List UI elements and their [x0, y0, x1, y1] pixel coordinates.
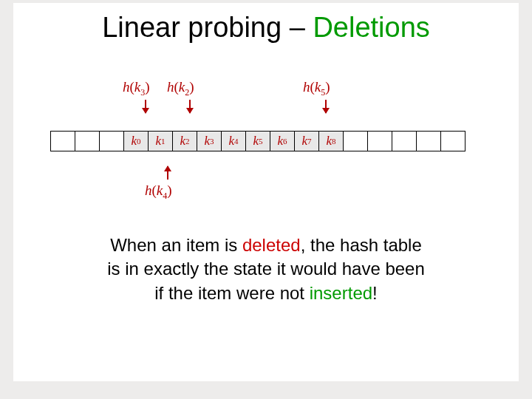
- hash-table-row: k0k1k2k3k4k5k6k7k8: [50, 131, 466, 151]
- slide: Linear probing – Deletions k0k1k2k3k4k5k…: [13, 3, 519, 381]
- hash-cell: [416, 131, 440, 151]
- hash-table-diagram: k0k1k2k3k4k5k6k7k8 h(k3)h(k2)h(k5)h(k4): [13, 79, 519, 227]
- hash-cell: [392, 131, 416, 151]
- arrow-up-icon: [167, 166, 168, 180]
- hash-cell: [440, 131, 465, 151]
- hash-cell: k2: [172, 131, 197, 151]
- hash-cell: k6: [270, 131, 294, 151]
- caption-text: is in exactly the state it would have be…: [107, 259, 425, 279]
- caption: When an item is deleted, the hash table …: [13, 233, 519, 305]
- arrow-down-icon: [189, 100, 191, 113]
- hash-function-label: h(k5): [303, 79, 330, 98]
- caption-text: if the item were not: [154, 283, 309, 303]
- hash-cell: k8: [318, 131, 343, 151]
- hash-cell: [343, 131, 367, 151]
- title-text-accent: Deletions: [313, 12, 429, 43]
- title-text-main: Linear probing –: [102, 12, 313, 43]
- arrow-down-icon: [145, 100, 146, 113]
- slide-title: Linear probing – Deletions: [13, 3, 519, 44]
- hash-cell: k1: [148, 131, 172, 151]
- hash-function-label: h(k4): [145, 183, 172, 202]
- caption-text: !: [372, 283, 378, 303]
- hash-function-label: h(k2): [167, 79, 194, 98]
- hash-cell: k3: [197, 131, 221, 151]
- hash-cell: k5: [245, 131, 270, 151]
- hash-cell: [367, 131, 392, 151]
- hash-cell: k7: [294, 131, 318, 151]
- hash-cell: k0: [123, 131, 148, 151]
- caption-deleted: deleted: [242, 235, 301, 255]
- hash-cell: [50, 131, 75, 151]
- hash-cell: [75, 131, 99, 151]
- caption-text: , the hash table: [301, 235, 422, 255]
- hash-cell: k4: [221, 131, 245, 151]
- hash-cell: [99, 131, 123, 151]
- caption-text: When an item is: [110, 235, 242, 255]
- arrow-down-icon: [325, 100, 327, 113]
- hash-function-label: h(k3): [123, 79, 150, 98]
- caption-inserted: inserted: [310, 283, 372, 303]
